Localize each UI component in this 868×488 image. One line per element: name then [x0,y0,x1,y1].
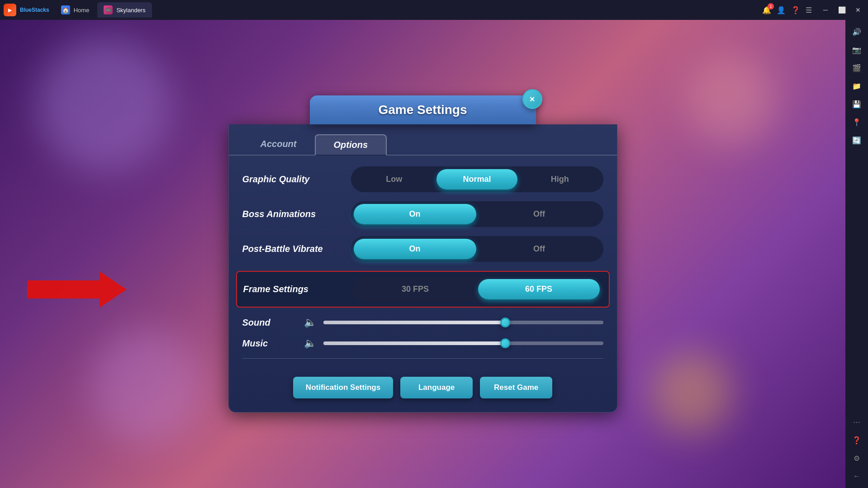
quality-normal-button[interactable]: Normal [436,169,517,190]
game-tab-icon: 🎮 [104,5,113,14]
boss-anim-off-button[interactable]: Off [478,204,601,224]
music-row: Music 🔈 [242,337,603,349]
boss-animations-control: On Off [351,201,603,227]
sidebar-folder-icon[interactable]: 📁 [849,78,865,94]
sound-icon: 🔈 [304,317,316,328]
sidebar-back-icon[interactable]: ← [849,468,865,484]
post-battle-vibrate-row: Post-Battle Vibrate On Off [242,236,603,262]
music-fill [323,341,505,345]
sidebar-save-icon[interactable]: 💾 [849,96,865,112]
top-bar-icons: 🔔 1 👤 ❓ ☰ [762,6,812,14]
modal-close-button[interactable]: × [522,89,542,109]
tab-skylanders-label: Skylanders [116,7,145,14]
boss-animations-row: Boss Animations On Off [242,201,603,227]
vibrate-off-button[interactable]: Off [478,239,601,259]
close-button[interactable]: ✕ [852,4,864,16]
game-settings-modal: Game Settings × Account Options Graphic … [228,95,617,412]
music-label: Music [242,338,297,349]
vibrate-on-button[interactable]: On [354,239,476,259]
tab-options[interactable]: Options [315,134,387,156]
red-arrow [27,271,127,309]
sidebar-help-icon[interactable]: ❓ [849,432,865,448]
notification-settings-button[interactable]: Notification Settings [293,377,393,398]
account-icon[interactable]: 👤 [777,6,786,14]
window-controls: ─ ⬜ ✕ [819,4,864,16]
sidebar-screenshot-icon[interactable]: 📷 [849,42,865,58]
sound-thumb[interactable] [500,317,510,327]
modal-footer: Notification Settings Language Reset Gam… [229,368,617,403]
music-slider[interactable] [323,340,603,346]
sidebar-location-icon[interactable]: 📍 [849,114,865,130]
sound-row: Sound 🔈 [242,317,603,328]
modal-title-bar: Game Settings × [310,95,536,124]
settings-content: Graphic Quality Low Normal High Boss Ani… [229,166,617,349]
quality-low-button[interactable]: Low [354,169,435,190]
language-button[interactable]: Language [400,377,473,398]
minimize-button[interactable]: ─ [819,4,832,16]
music-thumb[interactable] [500,338,510,348]
sound-slider[interactable] [323,319,603,326]
tab-skylanders[interactable]: 🎮 Skylanders [97,2,152,18]
sound-fill [323,321,505,324]
post-battle-vibrate-label: Post-Battle Vibrate [242,244,342,254]
tab-home-label: Home [74,7,90,14]
tab-home[interactable]: 🏠 Home [55,2,96,18]
graphic-quality-row: Graphic Quality Low Normal High [242,166,603,192]
svg-marker-0 [27,271,127,308]
bluestacks-logo: ▶ [4,4,16,16]
modal-body: Account Options Graphic Quality Low Norm… [228,124,617,412]
sidebar-volume-icon[interactable]: 🔊 [849,24,865,40]
reset-game-button[interactable]: Reset Game [480,377,552,398]
sidebar-settings-icon[interactable]: ⚙ [849,450,865,466]
fps-60-button[interactable]: 60 FPS [478,279,600,299]
help-icon[interactable]: ❓ [791,6,800,14]
notification-icon[interactable]: 🔔 1 [762,6,771,14]
boss-anim-on-button[interactable]: On [354,204,476,224]
frame-settings-label: Frame Settings [243,284,343,294]
home-tab-icon: 🏠 [61,5,70,14]
tab-account[interactable]: Account [242,134,315,156]
bluestacks-label: BlueStacks [20,7,49,13]
sidebar-more-icon[interactable]: ⋯ [849,414,865,430]
music-icon: 🔈 [304,337,316,349]
sidebar-record-icon[interactable]: 🎬 [849,60,865,76]
frame-settings-control: 30 FPS 60 FPS [352,276,602,302]
graphic-quality-control: Low Normal High [351,166,603,192]
sound-label: Sound [242,317,297,328]
graphic-quality-label: Graphic Quality [242,174,342,185]
divider [242,358,603,359]
post-battle-control: On Off [351,236,603,262]
right-sidebar: 🔊 📷 🎬 📁 💾 📍 🔄 ⋯ ❓ ⚙ ← [845,20,868,488]
top-bar: ▶ BlueStacks 🏠 Home 🎮 Skylanders 🔔 1 👤 ❓… [0,0,868,20]
maximize-button[interactable]: ⬜ [835,4,848,16]
fps-30-button[interactable]: 30 FPS [355,279,476,299]
modal-tabs: Account Options [229,124,617,156]
quality-high-button[interactable]: High [519,169,600,190]
boss-animations-label: Boss Animations [242,209,342,219]
sidebar-rotate-icon[interactable]: 🔄 [849,132,865,148]
menu-icon[interactable]: ☰ [806,6,812,14]
modal-title: Game Settings [378,103,467,117]
frame-settings-row: Frame Settings 30 FPS 60 FPS [236,271,610,308]
